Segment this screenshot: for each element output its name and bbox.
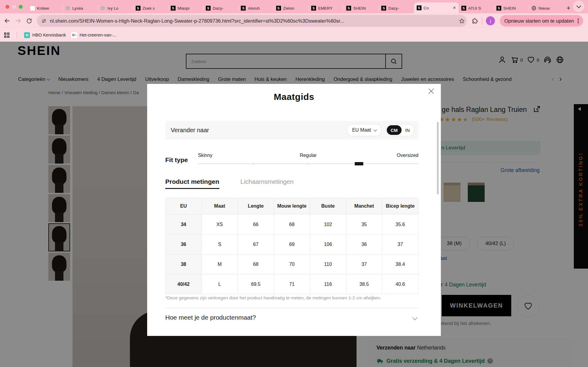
measurement-note: *Deze gegevens zijn verkregen door het p… [165, 295, 381, 300]
tab-label: Zielon [283, 6, 306, 11]
unit-cm-button[interactable]: CM [387, 125, 402, 135]
browser-tab[interactable]: SAloruh [238, 3, 273, 13]
toolbar-divider [482, 18, 482, 24]
browser-tab[interactable]: SZoek s [133, 3, 168, 13]
new-tab-button[interactable]: + [564, 3, 573, 13]
browser-tab[interactable]: SEMERY [309, 3, 344, 13]
browser-tab[interactable]: SATUI S [459, 3, 494, 13]
unit-toggle: CM IN [386, 124, 414, 136]
table-row: 36S67691063637 [166, 235, 418, 254]
unit-in-button[interactable]: IN [402, 128, 413, 133]
faq-accordion-label[interactable]: Hoe meet je de productenmaat? [165, 314, 256, 321]
reload-button[interactable] [24, 15, 34, 26]
tab-label: Ivy Lo [107, 6, 130, 11]
minimize-window-button[interactable] [12, 5, 16, 9]
tab-label: Knitwe [37, 6, 60, 11]
browser-tab[interactable]: SDazy- [203, 3, 238, 13]
size-system-value: EU Maat [352, 127, 371, 133]
chevron-down-icon[interactable] [412, 315, 418, 320]
size-guide-modal: Maatgids Verander naar EU Maat CM IN Fit… [147, 84, 441, 336]
col-lengte: Lengte [238, 198, 274, 215]
tab-list: ▫Knitwe Lyséa Ivy Lo SZoek s SMiaspi SDa… [27, 0, 573, 13]
close-window-button[interactable] [5, 5, 9, 9]
tab-label: Zoek s [143, 6, 165, 11]
screen: ▫Knitwe Lyséa Ivy Lo SZoek s SMiaspi SDa… [0, 0, 588, 367]
shein-favicon: S [461, 6, 466, 11]
tab-search-button[interactable] [573, 1, 584, 12]
tab-lichaamsmetingen[interactable]: Lichaamsmetingen [241, 178, 294, 189]
change-to-label: Verander naar [171, 127, 347, 134]
maximize-window-button[interactable] [19, 5, 23, 9]
shein-favicon: S [311, 6, 316, 11]
address-bar[interactable]: nl.shein.com/SHEIN-Women-s-High-Neck-Rag… [37, 15, 467, 27]
window-controls [0, 0, 27, 13]
browser-tab[interactable]: SMiaspi [168, 3, 203, 13]
update-chrome-button[interactable]: Opnieuw starten om te updaten [500, 15, 583, 27]
update-label: Opnieuw starten om te updaten [504, 18, 574, 24]
chevron-down-icon [576, 3, 581, 8]
fit-type-label: Fit type [165, 156, 188, 164]
fit-slider-marker [355, 162, 363, 165]
chrome-icon [531, 6, 536, 11]
tab-label: Miaspi [178, 6, 200, 11]
table-row: 40/42L69.57111638.540.6 [166, 274, 418, 294]
tab-product-metingen[interactable]: Product metingen [165, 178, 219, 189]
browser-tab-active[interactable]: SCo× [414, 2, 459, 13]
globe-icon [100, 6, 105, 11]
browser-tab[interactable]: Ivy Lo [98, 3, 133, 13]
extensions-icon[interactable] [469, 15, 480, 26]
modal-title: Maatgids [147, 92, 441, 102]
browser-tab[interactable]: SDazy- [379, 3, 414, 13]
tab-label: SHEIN [353, 6, 376, 11]
shein-favicon: S [171, 6, 176, 11]
col-bicep-lengte: Bicep lengte [382, 198, 418, 215]
browser-tab[interactable]: SZielon [273, 3, 309, 13]
menu-kebab-icon[interactable] [578, 20, 579, 21]
back-button[interactable] [2, 15, 13, 26]
browser-toolbar: nl.shein.com/SHEIN-Women-s-High-Neck-Rag… [0, 13, 588, 28]
hbo-favicon: H [24, 32, 30, 38]
unit-change-row: Verander naar EU Maat CM IN [165, 121, 418, 139]
shein-favicon: S [276, 6, 281, 11]
shein-favicon: S [496, 6, 501, 11]
close-tab-icon[interactable]: × [453, 5, 456, 11]
bookmark-hbo-kennisbank[interactable]: HHBO Kennisbank [24, 32, 66, 38]
browser-tab[interactable]: Nieuw [529, 3, 564, 13]
shein-favicon: S [381, 6, 386, 11]
tab-label: Co [424, 6, 451, 10]
browser-tab[interactable]: ▫Knitwe [27, 3, 63, 13]
slider-tick [253, 162, 254, 165]
col-buste: Buste [310, 198, 346, 215]
fit-option-oversized: Oversized [198, 153, 418, 158]
table-row: 34XS66681023535.6 [166, 215, 418, 235]
forward-button[interactable] [13, 15, 24, 26]
tab-label: Dazy- [388, 6, 411, 11]
col-eu: EU [166, 198, 202, 215]
tab-label: EMERY [318, 6, 341, 11]
shein-favicon: S [346, 6, 351, 11]
bookmark-star-icon[interactable] [459, 18, 465, 24]
col-maat: Maat [202, 198, 238, 215]
slider-tick [308, 162, 309, 165]
browser-tab[interactable]: SSHEIN [344, 3, 379, 13]
col-mouw-lengte: Mouw lengte [274, 198, 310, 215]
fit-type-slider[interactable] [198, 163, 418, 164]
size-table: EU Maat Lengte Mouw lengte Buste Manchet… [165, 198, 418, 294]
apps-grid-icon[interactable] [4, 33, 9, 38]
browser-tab[interactable]: SSHEIN [494, 3, 529, 13]
tab-label: SHEIN [503, 6, 526, 11]
site-settings-icon[interactable] [41, 18, 47, 24]
tab-label: Aloruh [248, 6, 270, 11]
bookmark-label: HBO Kennisbank [32, 33, 66, 37]
url-text[interactable]: nl.shein.com/SHEIN-Women-s-High-Neck-Rag… [50, 18, 459, 24]
table-row: 38M68701103738.4 [166, 254, 418, 274]
browser-tab[interactable]: Lyséa [63, 3, 98, 13]
modal-scrollbar[interactable] [437, 122, 439, 194]
chevron-down-icon [373, 128, 377, 131]
globe-icon [65, 6, 70, 11]
bookmark-het-creeren[interactable]: RGHet-creeren-van-... [71, 32, 116, 38]
tab-label: Lyséa [72, 6, 95, 11]
profile-avatar[interactable]: j [486, 16, 495, 25]
size-system-dropdown[interactable]: EU Maat [347, 124, 381, 136]
col-manchet: Manchet [346, 198, 382, 215]
